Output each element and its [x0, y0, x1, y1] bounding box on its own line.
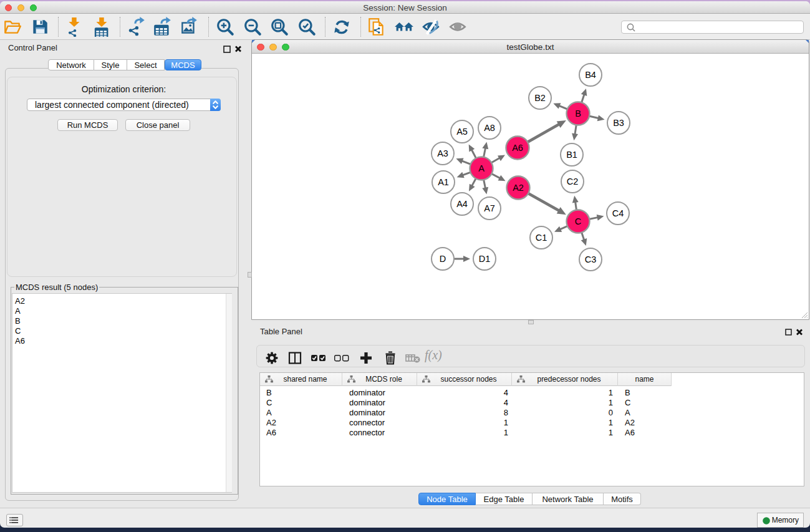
- svg-text:A1: A1: [438, 177, 449, 187]
- svg-text:A4: A4: [456, 199, 468, 209]
- svg-text:A7: A7: [484, 203, 495, 213]
- svg-text:A8: A8: [484, 123, 495, 133]
- svg-text:A3: A3: [437, 148, 448, 158]
- svg-text:C3: C3: [585, 254, 597, 264]
- svg-text:A5: A5: [456, 127, 468, 137]
- svg-text:A2: A2: [513, 183, 524, 193]
- svg-text:B4: B4: [585, 70, 596, 80]
- svg-text:C2: C2: [567, 177, 579, 186]
- svg-text:B3: B3: [613, 118, 624, 128]
- svg-text:D: D: [440, 254, 446, 264]
- svg-text:B: B: [575, 109, 581, 118]
- svg-text:B1: B1: [566, 150, 577, 160]
- svg-text:A6: A6: [512, 143, 523, 153]
- svg-text:B2: B2: [534, 93, 546, 103]
- svg-text:A: A: [478, 163, 485, 173]
- svg-text:C4: C4: [612, 208, 624, 218]
- svg-text:C1: C1: [536, 233, 547, 243]
- svg-text:C: C: [575, 216, 581, 226]
- svg-text:D1: D1: [479, 254, 491, 264]
